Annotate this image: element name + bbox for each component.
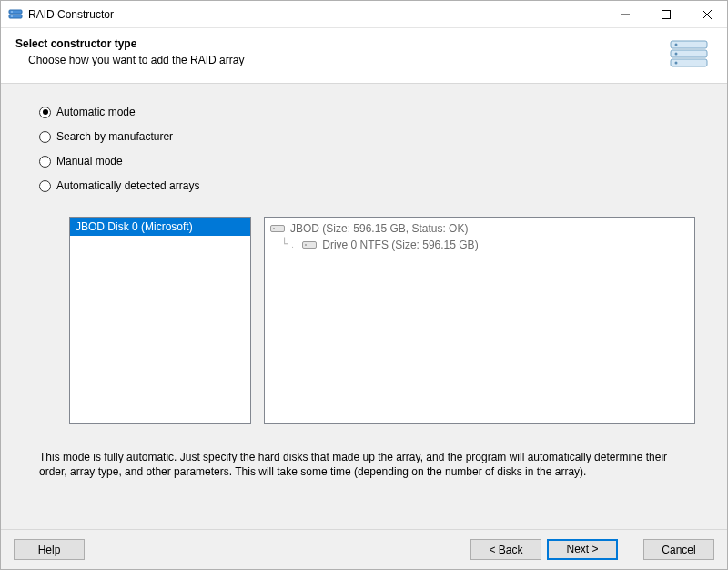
radio-indicator (39, 180, 51, 192)
tree-child-label: Drive 0 NTFS (Size: 596.15 GB) (322, 239, 478, 251)
radio-indicator (39, 131, 51, 143)
wizard-body: Automatic mode Search by manufacturer Ma… (1, 84, 727, 529)
radio-indicator (39, 156, 51, 168)
svg-rect-0 (9, 10, 22, 14)
radio-label: Automatically detected arrays (56, 179, 199, 192)
svg-rect-14 (271, 226, 285, 232)
app-icon (8, 7, 23, 22)
svg-point-12 (675, 53, 678, 56)
radio-label: Search by manufacturer (56, 130, 173, 143)
svg-point-2 (11, 11, 13, 13)
svg-rect-16 (303, 241, 317, 248)
window-controls (604, 1, 727, 27)
svg-rect-1 (9, 15, 22, 18)
detected-arrays-panes: JBOD Disk 0 (Microsoft) JBOD (Size: 596.… (69, 217, 695, 424)
window-title: RAID Constructor (28, 8, 604, 21)
raid-stack-icon (669, 39, 709, 70)
radio-indicator (39, 107, 51, 118)
next-button[interactable]: Next > (547, 539, 618, 560)
tree-connector: └﹒ (281, 237, 298, 252)
drive-icon (270, 224, 285, 233)
drive-icon (302, 240, 317, 249)
svg-point-13 (675, 62, 678, 65)
maximize-button[interactable] (645, 1, 686, 27)
svg-rect-5 (662, 10, 670, 18)
back-button[interactable]: < Back (470, 539, 541, 560)
svg-point-15 (273, 228, 275, 229)
tree-child[interactable]: └﹒ Drive 0 NTFS (Size: 596.15 GB) (281, 236, 689, 253)
help-button[interactable]: Help (14, 539, 85, 560)
window-frame: RAID Constructor Select constructor type… (0, 0, 728, 570)
radio-automatic-mode[interactable]: Automatic mode (39, 106, 700, 118)
tree-root-label: JBOD (Size: 596.15 GB, Status: OK) (290, 222, 468, 235)
radio-detected-arrays[interactable]: Automatically detected arrays (39, 179, 700, 192)
svg-point-11 (675, 44, 678, 46)
minimize-button[interactable] (604, 1, 645, 27)
page-heading: Select constructor type (15, 37, 669, 50)
svg-point-17 (305, 244, 307, 246)
array-details-tree[interactable]: JBOD (Size: 596.15 GB, Status: OK) └﹒ Dr… (264, 217, 695, 424)
tree-root[interactable]: JBOD (Size: 596.15 GB, Status: OK) (270, 221, 689, 236)
wizard-footer: Help < Back Next > Cancel (1, 529, 727, 569)
radio-manual-mode[interactable]: Manual mode (39, 155, 700, 168)
arrays-listbox[interactable]: JBOD Disk 0 (Microsoft) (69, 217, 251, 424)
svg-point-3 (11, 15, 13, 17)
cancel-button[interactable]: Cancel (643, 539, 714, 560)
page-subheading: Choose how you want to add the RAID arra… (28, 54, 669, 66)
radio-label: Automatic mode (56, 106, 136, 118)
mode-description: This mode is fully automatic. Just speci… (39, 450, 689, 479)
list-item[interactable]: JBOD Disk 0 (Microsoft) (70, 218, 250, 236)
constructor-type-radios: Automatic mode Search by manufacturer Ma… (39, 106, 700, 204)
radio-label: Manual mode (56, 155, 123, 168)
wizard-header: Select constructor type Choose how you w… (1, 28, 727, 84)
close-button[interactable] (686, 1, 727, 27)
titlebar: RAID Constructor (1, 1, 727, 28)
radio-search-by-manufacturer[interactable]: Search by manufacturer (39, 130, 700, 143)
